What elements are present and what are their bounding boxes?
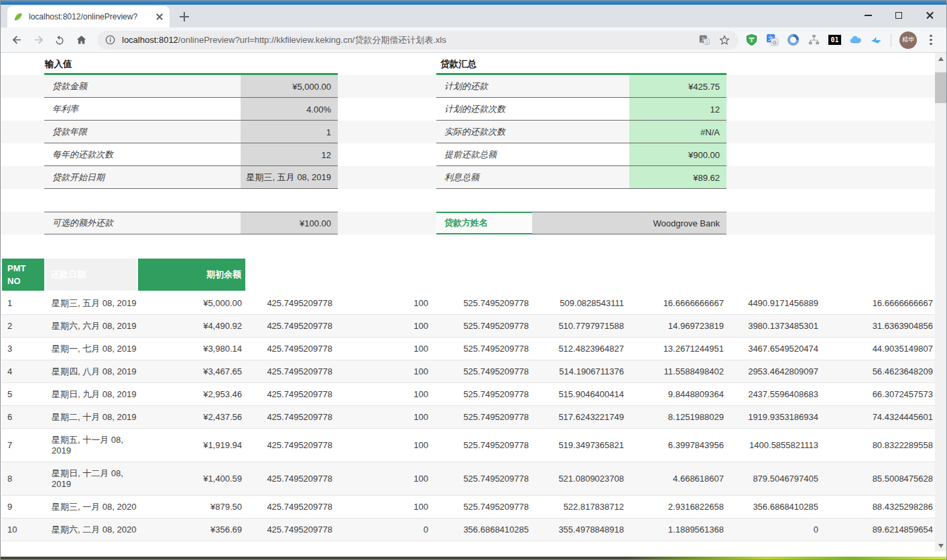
- swirl-circle-extension-icon[interactable]: [787, 33, 800, 46]
- summary-label: 计划的还款次数: [436, 98, 629, 121]
- schedule-cell: 星期三, 一月 08, 2020: [45, 496, 137, 518]
- schedule-cell: 2437.5596408683: [728, 383, 822, 406]
- schedule-cell: 355.4978848918: [533, 518, 628, 541]
- cloud-extension-icon[interactable]: [849, 33, 862, 46]
- profile-avatar[interactable]: 精华: [899, 31, 917, 49]
- schedule-cell: 8.1251988029: [628, 406, 728, 429]
- schedule-cell: 星期一, 七月 08, 2019: [45, 338, 137, 360]
- input-value[interactable]: 1: [241, 121, 338, 143]
- sitemap-extension-icon[interactable]: [808, 33, 820, 46]
- spacer-row: [1, 234, 936, 257]
- schedule-cell: 星期四, 八月 08, 2019: [45, 360, 137, 383]
- extra-payment-row: 可选的额外还款¥100.00贷款方姓名Woodgrove Bank: [1, 212, 936, 234]
- schedule-cell: 0: [336, 518, 432, 541]
- tab-title: localhost:8012/onlinePreview?: [29, 12, 151, 21]
- bookmark-star-icon[interactable]: [718, 34, 731, 46]
- schedule-cell: 100: [336, 315, 432, 338]
- page-info-icon[interactable]: [105, 35, 115, 45]
- schedule-cell: 356.6868410285: [728, 496, 822, 518]
- inputs-section-title: 输入值: [45, 58, 72, 70]
- input-label: 贷款年限: [44, 121, 241, 143]
- 01-badge-extension-icon[interactable]: 01: [828, 35, 841, 45]
- lender-name-value[interactable]: Woodgrove Bank: [532, 212, 727, 234]
- schedule-cell: 13.2671244951: [628, 338, 728, 360]
- translate-extension-icon[interactable]: 文G: [766, 33, 779, 46]
- schedule-cell: 100: [336, 429, 432, 462]
- schedule-cell: ¥5,000.00: [137, 291, 246, 315]
- browser-tab[interactable]: localhost:8012/onlinePreview?: [7, 6, 170, 27]
- browser-toolbar: localhost:8012/onlinePreview?url=http://…: [1, 27, 946, 53]
- input-summary-row: 贷款年限1实际的还款次数#N/A: [1, 121, 936, 143]
- schedule-cell: 89.6214859654: [822, 518, 936, 541]
- schedule-cell: 514.1906711376: [533, 360, 628, 383]
- scrollbar-thumb[interactable]: [935, 72, 946, 103]
- schedule-cell: 85.5008475628: [822, 462, 936, 496]
- schedule-cell: 9.8448809364: [628, 383, 728, 406]
- home-icon[interactable]: [72, 31, 90, 50]
- title-bar: localhost:8012/onlinePreview?: [1, 1, 946, 27]
- schedule-cell: 425.7495209778: [246, 291, 336, 315]
- minimize-button[interactable]: [853, 5, 883, 26]
- close-button[interactable]: [914, 5, 945, 26]
- schedule-cell: 525.7495209778: [432, 429, 533, 462]
- schedule-cell: 88.4325298286: [822, 496, 936, 518]
- schedule-cell: 100: [336, 338, 432, 360]
- vertical-scrollbar[interactable]: [935, 53, 946, 551]
- svg-text:G: G: [773, 40, 777, 46]
- schedule-cell: 425.7495209778: [246, 406, 336, 429]
- spacer-row: [1, 189, 936, 212]
- translate-page-icon[interactable]: 文G: [698, 34, 710, 46]
- tampermonkey-shield-icon[interactable]: [745, 33, 758, 46]
- forward-icon[interactable]: [29, 31, 48, 50]
- amortization-schedule-table: PMT NO还款日期期初余额计划的还款额外还款还款总额本金利息期终余额累积利息 …: [1, 257, 936, 541]
- schedule-cell: 1.1889561368: [628, 518, 728, 541]
- new-tab-button[interactable]: [178, 10, 191, 23]
- back-icon[interactable]: [7, 31, 26, 50]
- input-value[interactable]: ¥5,000.00: [241, 75, 338, 98]
- input-label: 年利率: [44, 98, 241, 121]
- extensions-area: 文G 01 精华: [745, 31, 940, 49]
- schedule-cell: 8: [1, 462, 45, 496]
- schedule-cell: 星期三, 五月 08, 2019: [45, 291, 137, 315]
- scroll-up-arrow-icon[interactable]: [935, 53, 946, 64]
- address-bar[interactable]: localhost:8012/onlinePreview?url=http://…: [97, 31, 739, 50]
- maximize-button[interactable]: [883, 5, 914, 26]
- schedule-cell: 425.7495209778: [246, 338, 336, 360]
- input-value[interactable]: 12: [241, 143, 338, 166]
- schedule-row: 1星期三, 五月 08, 2019¥5,000.00425.7495209778…: [1, 291, 936, 315]
- schedule-row: 6星期二, 十月 08, 2019¥2,437.56425.7495209778…: [1, 406, 936, 429]
- input-value[interactable]: 星期三, 五月 08, 2019: [241, 166, 338, 189]
- column-header: 还款总额: [432, 258, 533, 291]
- chrome-menu-icon[interactable]: [925, 33, 937, 47]
- summary-label: 实际的还款次数: [436, 121, 629, 143]
- schedule-row: 5星期日, 九月 08, 2019¥2,953.46425.7495209778…: [1, 383, 936, 406]
- column-header: 利息: [628, 258, 728, 291]
- schedule-cell: 31.6363904856: [822, 315, 936, 338]
- schedule-cell: 3980.1373485301: [728, 315, 822, 338]
- schedule-cell: 525.7495209778: [432, 360, 533, 383]
- schedule-cell: 515.9046400414: [533, 383, 628, 406]
- schedule-cell: 100: [336, 383, 432, 406]
- schedule-cell: 4490.9171456889: [728, 291, 822, 315]
- column-header: 本金: [533, 258, 628, 291]
- extra-payment-value[interactable]: ¥100.00: [241, 212, 338, 234]
- schedule-cell: 56.4623648209: [822, 360, 936, 383]
- input-value[interactable]: 4.00%: [241, 98, 338, 121]
- schedule-cell: 3467.6549520474: [728, 338, 822, 360]
- bird-extension-icon[interactable]: [870, 33, 883, 46]
- schedule-cell: 1919.9353186934: [728, 406, 822, 429]
- summary-label: 利息总额: [436, 166, 629, 189]
- url-text[interactable]: localhost:8012/onlinePreview?url=http://…: [122, 34, 690, 46]
- schedule-cell: 44.9035149807: [822, 338, 936, 360]
- reload-icon[interactable]: [50, 31, 69, 50]
- tab-close-icon[interactable]: [155, 12, 164, 21]
- schedule-cell: 星期日, 十二月 08, 2019: [45, 462, 137, 496]
- schedule-cell: 6: [1, 406, 45, 429]
- column-header: 计划的还款: [246, 258, 336, 291]
- scroll-down-arrow-icon[interactable]: [935, 540, 946, 551]
- schedule-cell: 425.7495209778: [246, 429, 336, 462]
- summary-value: ¥425.75: [629, 75, 727, 98]
- schedule-row: 7星期五, 十一月 08, 2019¥1,919.94425.749520977…: [1, 429, 936, 462]
- input-summary-row: 年利率4.00%计划的还款次数12: [1, 98, 936, 121]
- summary-value: #N/A: [629, 121, 727, 143]
